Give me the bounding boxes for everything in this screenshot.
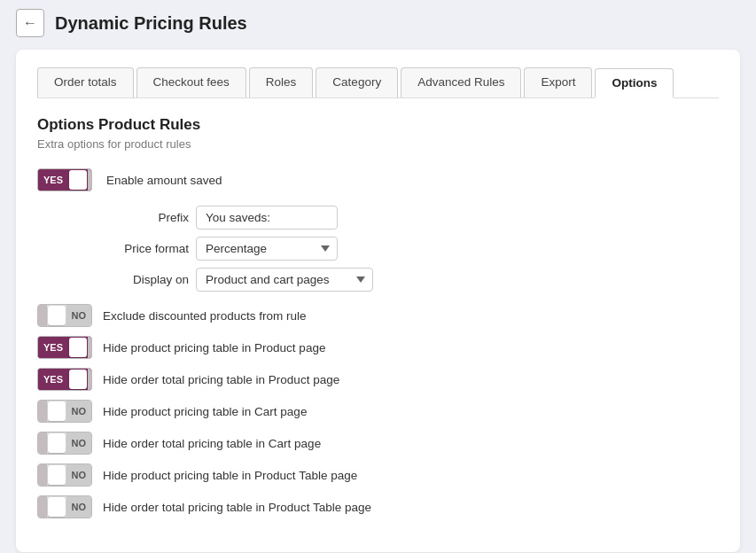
toggle-label-exclude-discounted: Exclude discounted products from rule [103, 309, 307, 323]
display-on-row: Display on Product and cart pages Cart p… [105, 268, 719, 292]
prefix-row: Prefix [105, 206, 719, 230]
display-on-label: Display on [105, 273, 189, 286]
back-icon: ← [23, 15, 37, 31]
t-handle-hide-product-pricing-cart [48, 401, 66, 421]
t-no-exclude-discounted: NO [66, 305, 92, 326]
toggle-rows: NO Exclude discounted products from rule… [37, 304, 719, 527]
toggle-handle [69, 170, 87, 190]
back-button[interactable]: ← [16, 9, 44, 37]
t-yes-hide-product-pricing-product: YES [38, 337, 68, 358]
toggle-hide-order-total-product-table[interactable]: NO [37, 495, 92, 518]
tab-roles[interactable]: Roles [249, 67, 314, 97]
t-yes-hide-product-pricing-cart [38, 401, 47, 422]
t-yes-exclude-discounted [38, 305, 47, 326]
prefix-label: Prefix [105, 211, 189, 224]
toggle-no-label [88, 169, 92, 191]
t-no-hide-order-total-product [88, 369, 92, 390]
toggle-label-hide-product-pricing-product: Hide product pricing table in Product pa… [103, 341, 325, 354]
amount-saved-subform: Prefix Price format Percentage Fixed Dis… [105, 206, 719, 292]
t-no-hide-product-pricing-cart: NO [66, 401, 92, 422]
toggle-row-hide-product-pricing-product-table: NO Hide product pricing table in Product… [37, 463, 719, 487]
toggle-row-hide-order-total-product: YES Hide order total pricing table in Pr… [37, 368, 719, 391]
top-bar: ← Dynamic Pricing Rules [0, 0, 756, 46]
t-handle-hide-product-pricing-product-table [48, 465, 66, 485]
prefix-input[interactable] [196, 206, 338, 230]
enable-amount-saved-label: Enable amount saved [106, 174, 222, 187]
t-handle-hide-product-pricing-product [69, 338, 87, 357]
t-yes-hide-order-total-product-table [38, 496, 47, 518]
toggle-label-hide-order-total-product-table: Hide order total pricing table in Produc… [103, 501, 371, 514]
enable-amount-saved-toggle[interactable]: YES [37, 168, 92, 191]
toggle-yes-label: YES [38, 169, 68, 191]
tab-category[interactable]: Category [316, 67, 398, 97]
price-format-row: Price format Percentage Fixed [105, 237, 719, 261]
toggle-row-hide-product-pricing-product: YES Hide product pricing table in Produc… [37, 336, 719, 359]
t-handle-hide-order-total-cart [48, 433, 66, 453]
toggle-row-hide-order-total-product-table: NO Hide order total pricing table in Pro… [37, 495, 719, 518]
price-format-select[interactable]: Percentage Fixed [196, 237, 338, 261]
tab-order-totals[interactable]: Order totals [37, 67, 134, 97]
t-no-hide-product-pricing-product [88, 337, 92, 358]
page-title: Dynamic Pricing Rules [55, 13, 247, 34]
t-no-hide-order-total-cart: NO [66, 432, 92, 454]
section-title: Options Product Rules [37, 116, 719, 134]
toggle-row-hide-product-pricing-cart: NO Hide product pricing table in Cart pa… [37, 400, 719, 423]
enable-amount-saved-row: YES Enable amount saved [37, 168, 719, 191]
tab-export[interactable]: Export [524, 67, 592, 97]
toggle-row-exclude-discounted: NO Exclude discounted products from rule [37, 304, 719, 327]
toggle-label-hide-order-total-product: Hide order total pricing table in Produc… [103, 373, 339, 386]
tab-advanced-rules[interactable]: Advanced Rules [401, 67, 521, 97]
toggle-hide-order-total-product[interactable]: YES [37, 368, 92, 391]
t-yes-hide-product-pricing-product-table [38, 464, 47, 486]
t-handle-hide-order-total-product-table [48, 497, 66, 517]
main-card: Order totals Checkout fees Roles Categor… [16, 50, 740, 552]
t-no-hide-order-total-product-table: NO [66, 496, 92, 518]
toggle-label-hide-order-total-cart: Hide order total pricing table in Cart p… [103, 437, 321, 450]
toggle-hide-product-pricing-product-table[interactable]: NO [37, 463, 92, 487]
tabs-container: Order totals Checkout fees Roles Categor… [37, 67, 719, 98]
toggle-exclude-discounted[interactable]: NO [37, 304, 92, 327]
toggle-hide-order-total-cart[interactable]: NO [37, 432, 92, 455]
t-handle-exclude-discounted [48, 306, 66, 325]
form-table: Prefix Price format Percentage Fixed Dis… [105, 206, 719, 292]
display-on-select[interactable]: Product and cart pages Cart page only Pr… [196, 268, 373, 292]
toggle-label-hide-product-pricing-product-table: Hide product pricing table in Product Ta… [103, 469, 357, 482]
price-format-label: Price format [105, 242, 189, 255]
toggle-hide-product-pricing-cart[interactable]: NO [37, 400, 92, 423]
section-subtitle: Extra options for product rules [37, 137, 719, 151]
toggle-label-hide-product-pricing-cart: Hide product pricing table in Cart page [103, 405, 307, 418]
t-yes-hide-order-total-product: YES [38, 369, 68, 390]
t-yes-hide-order-total-cart [38, 432, 47, 454]
toggle-hide-product-pricing-product[interactable]: YES [37, 336, 92, 359]
tab-options[interactable]: Options [595, 68, 674, 98]
t-no-hide-product-pricing-product-table: NO [66, 464, 92, 486]
t-handle-hide-order-total-product [69, 370, 87, 389]
tab-checkout-fees[interactable]: Checkout fees [136, 67, 246, 97]
toggle-row-hide-order-total-cart: NO Hide order total pricing table in Car… [37, 432, 719, 455]
